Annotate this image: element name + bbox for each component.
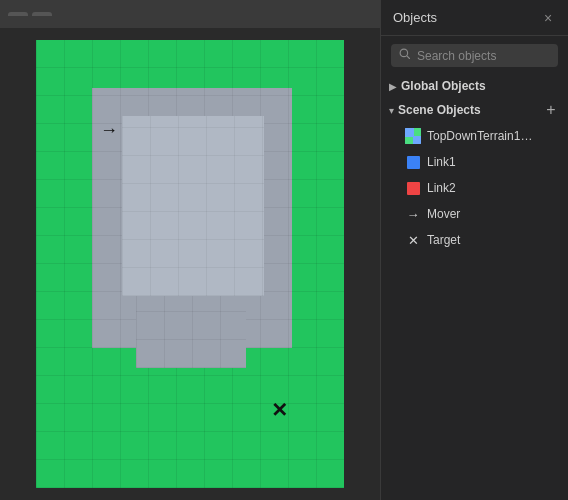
mover-arrow-icon: → <box>405 206 421 222</box>
global-objects-chevron: ▶ <box>389 81 397 92</box>
item-label: Link1 <box>427 155 536 169</box>
x-icon: ✕ <box>408 233 419 248</box>
add-object-button[interactable]: + <box>542 101 560 119</box>
top-bar <box>0 0 380 28</box>
bottom-left-square <box>36 438 98 488</box>
scene-objects-list: TopDownTerrain128... ⋮ Link1 ⋮ Link2 ⋮ →… <box>381 123 568 253</box>
item-label: TopDownTerrain128... <box>427 129 536 143</box>
svg-line-1 <box>407 56 410 59</box>
scene-objects-header[interactable]: ▾ Scene Objects + <box>381 97 568 123</box>
search-input[interactable] <box>417 49 550 63</box>
color-square <box>407 156 420 169</box>
panel-header: Objects × <box>381 0 568 36</box>
canvas-area: → ✕ <box>0 0 380 500</box>
terrain-icon-graphic <box>405 128 421 144</box>
list-item[interactable]: Link1 ⋮ <box>381 149 568 175</box>
arrow-icon: → <box>407 207 420 222</box>
game-view: → ✕ <box>0 28 380 500</box>
list-item[interactable]: Link2 ⋮ <box>381 175 568 201</box>
scene-objects-chevron: ▾ <box>389 105 394 116</box>
global-objects-header[interactable]: ▶ Global Objects <box>381 75 568 97</box>
mover-icon: → <box>100 120 118 141</box>
target-x-icon: ✕ <box>405 232 421 248</box>
inner-room <box>122 116 264 296</box>
link2-icon <box>405 180 421 196</box>
color-square <box>407 182 420 195</box>
item-label: Mover <box>427 207 536 221</box>
canvas-tab2[interactable] <box>32 12 52 16</box>
list-item[interactable]: → Mover ⋮ <box>381 201 568 227</box>
search-icon <box>399 48 411 63</box>
gray-path-bottom <box>136 288 246 368</box>
list-item[interactable]: ✕ Target ⋮ <box>381 227 568 253</box>
item-label: Link2 <box>427 181 536 195</box>
canvas-tab[interactable] <box>8 12 28 16</box>
search-bar <box>391 44 558 67</box>
tilemap-container: → ✕ <box>36 40 344 488</box>
close-button[interactable]: × <box>540 10 556 26</box>
scene-objects-label: Scene Objects <box>398 103 481 117</box>
list-item[interactable]: TopDownTerrain128... ⋮ <box>381 123 568 149</box>
terrain-icon <box>405 128 421 144</box>
item-label: Target <box>427 233 536 247</box>
target-icon: ✕ <box>271 398 288 422</box>
link1-icon <box>405 154 421 170</box>
global-objects-label: Global Objects <box>401 79 486 93</box>
panel-title: Objects <box>393 10 437 25</box>
objects-panel: Objects × ▶ Global Objects ▾ Scene Objec… <box>380 0 568 500</box>
